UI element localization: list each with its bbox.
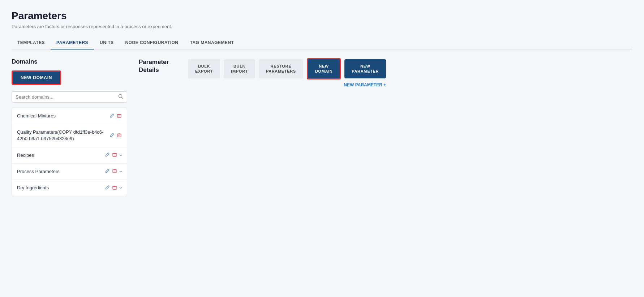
new-param-link-row: NEW PARAMETER + [188,82,386,87]
search-box [12,91,127,103]
new-parameter-button[interactable]: NEWPARAMETER [344,59,386,78]
domain-item: Recipes [12,147,127,164]
delete-icon[interactable] [117,133,122,139]
svg-rect-2 [117,115,121,117]
edit-icon[interactable] [105,168,110,175]
chevron-down-icon[interactable]: › [117,187,124,189]
edit-icon[interactable] [105,152,110,158]
edit-icon[interactable] [105,185,110,191]
domains-title: Domains [12,58,127,65]
domain-actions: › [105,152,122,159]
chevron-down-icon[interactable]: › [117,171,124,172]
domain-name: Chemical Mixtures [17,113,107,119]
domain-name: Process Parameters [17,168,102,175]
svg-rect-10 [113,154,116,156]
new-parameter-link[interactable]: NEW PARAMETER + [344,82,386,87]
domain-item: Dry Ingredients [12,180,127,196]
svg-rect-6 [117,134,121,137]
delete-icon[interactable] [112,185,117,191]
domain-actions: › [105,185,122,191]
right-header: ParameterDetails BULKEXPORT BULKIMPORT R… [139,58,632,87]
domain-item: Process Parameters [12,164,127,180]
domain-actions [110,133,122,139]
top-action-row: BULKEXPORT BULKIMPORT RESTOREPARAMETERS … [188,58,386,79]
bulk-export-button[interactable]: BULKEXPORT [188,59,220,78]
content-area: Domains NEW DOMAIN Chemical Mixtures [12,50,632,205]
search-icon [118,94,123,100]
bulk-import-button[interactable]: BULKIMPORT [224,59,255,78]
page-title: Parameters [12,10,632,22]
svg-rect-14 [113,170,116,173]
delete-icon[interactable] [112,152,117,158]
actions-container: BULKEXPORT BULKIMPORT RESTOREPARAMETERS … [188,58,386,87]
page-subtitle: Parameters are factors or responses repr… [12,24,632,29]
edit-icon[interactable] [110,113,115,119]
delete-icon[interactable] [112,168,117,175]
domain-actions [110,113,122,119]
domain-item: Chemical Mixtures [12,108,127,124]
domain-actions: › [105,168,122,175]
restore-parameters-button[interactable]: RESTOREPARAMETERS [259,59,303,78]
edit-icon[interactable] [110,133,115,139]
domain-item: Quality Parameters(COPY dfd1ff3e-b4c6-42… [12,124,127,147]
search-input[interactable] [16,94,118,100]
domains-list: Chemical Mixtures [12,108,127,196]
right-panel: ParameterDetails BULKEXPORT BULKIMPORT R… [127,50,632,205]
svg-rect-18 [113,186,116,189]
new-domain-button-right[interactable]: NEWDOMAIN [307,58,341,79]
tab-parameters[interactable]: PARAMETERS [51,36,94,50]
tab-node-configuration[interactable]: NODE CONFIGURATION [119,36,184,50]
delete-icon[interactable] [117,113,122,119]
tab-units[interactable]: UNITS [94,36,119,50]
left-panel: Domains NEW DOMAIN Chemical Mixtures [12,50,127,205]
tabs-bar: TEMPLATES PARAMETERS UNITS NODE CONFIGUR… [12,36,632,50]
chevron-down-icon[interactable]: › [117,154,124,156]
tab-tag-management[interactable]: TAG MANAGEMENT [184,36,240,50]
domain-name: Quality Parameters(COPY dfd1ff3e-b4c6-42… [17,129,107,142]
domain-name: Dry Ingredients [17,185,102,191]
param-details-label: ParameterDetails [139,58,182,74]
tab-templates[interactable]: TEMPLATES [12,36,51,50]
domain-name: Recipes [17,152,102,159]
svg-line-1 [122,98,123,99]
new-domain-button[interactable]: NEW DOMAIN [12,70,61,85]
